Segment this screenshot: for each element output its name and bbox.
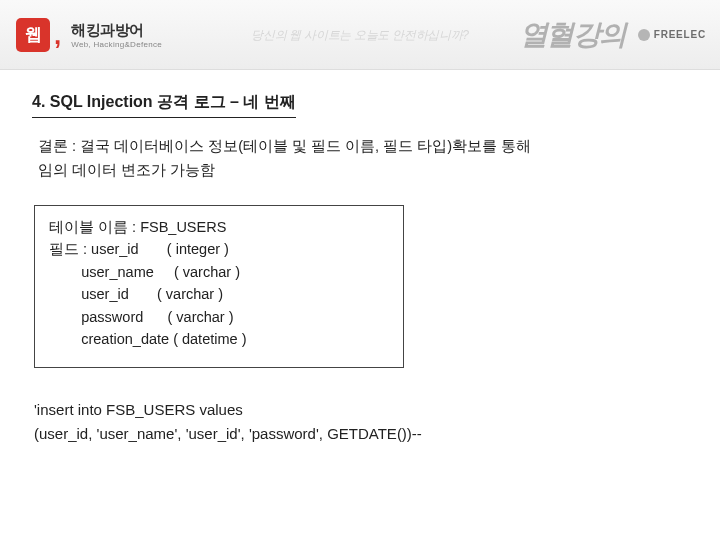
logo-text-stack: 해킹과방어 Web, Hacking&Defence <box>71 21 162 49</box>
logo-box: 웹 <box>16 18 50 52</box>
section-title: 4. SQL Injection 공격 로그 – 네 번째 <box>32 92 296 118</box>
logo-text-main: 해킹과방어 <box>71 21 162 40</box>
logo-comma: , <box>54 22 61 48</box>
schema-field-row: 필드 : user_id ( integer ) <box>49 238 389 260</box>
brand-group-right: 열혈강의 FREELEC <box>520 16 706 54</box>
logo-group: 웹 , 해킹과방어 Web, Hacking&Defence <box>16 18 162 52</box>
lecture-body: 4. SQL Injection 공격 로그 – 네 번째 결론 : 결국 데이… <box>0 70 720 446</box>
schema-table-row: 테이블 이름 : FSB_USERS <box>49 216 389 238</box>
freelec-dot-icon <box>638 29 650 41</box>
freelec-badge: FREELEC <box>638 29 706 41</box>
schema-box: 테이블 이름 : FSB_USERS 필드 : user_id ( intege… <box>34 205 404 368</box>
sql-snippet: 'insert into FSB_USERS values (user_id, … <box>34 398 688 446</box>
schema-fields: 필드 : user_id ( integer ) user_name ( var… <box>49 238 389 350</box>
schema-field-row: password ( varchar ) <box>49 306 389 328</box>
schema-table-name: FSB_USERS <box>140 219 226 235</box>
schema-table-label: 테이블 이름 : <box>49 219 140 235</box>
calligraphy-text: 열혈강의 <box>520 16 626 54</box>
sql-line-1: 'insert into FSB_USERS values <box>34 401 243 418</box>
logo-text-sub: Web, Hacking&Defence <box>71 40 162 49</box>
schema-field-row: user_id ( varchar ) <box>49 283 389 305</box>
schema-field-row: user_name ( varchar ) <box>49 261 389 283</box>
header-tagline: 당신의 웹 사이트는 오늘도 안전하십니까? <box>251 26 468 43</box>
conclusion-line-2: 임의 데이터 변조가 가능함 <box>38 162 215 178</box>
schema-field-row: creation_date ( datetime ) <box>49 328 389 350</box>
header-band: 웹 , 해킹과방어 Web, Hacking&Defence 당신의 웹 사이트… <box>0 0 720 70</box>
logo-box-text: 웹 <box>25 23 42 46</box>
freelec-text: FREELEC <box>654 29 706 40</box>
conclusion-text: 결론 : 결국 데이터베이스 정보(테이블 및 필드 이름, 필드 타입)확보를… <box>38 135 682 183</box>
conclusion-line-1: 결론 : 결국 데이터베이스 정보(테이블 및 필드 이름, 필드 타입)확보를… <box>38 138 531 154</box>
sql-line-2: (user_id, 'user_name', 'user_id', 'passw… <box>34 425 422 442</box>
